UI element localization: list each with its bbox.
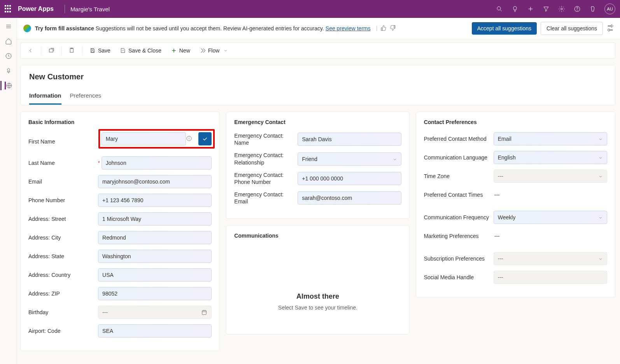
svg-line-1 <box>500 10 502 11</box>
global-header: Power Apps Margie's Travel AU <box>0 0 620 18</box>
gear-icon[interactable] <box>558 5 566 13</box>
svg-point-4 <box>561 8 563 10</box>
environment-name: Margie's Travel <box>70 6 110 12</box>
lightbulb-icon[interactable] <box>511 5 519 13</box>
avatar[interactable]: AU <box>604 4 615 14</box>
svg-point-6 <box>577 10 578 10</box>
copilot-header-icon[interactable] <box>589 5 597 13</box>
header-divider <box>65 5 65 13</box>
plus-icon[interactable] <box>527 5 534 13</box>
filter-icon[interactable] <box>542 5 550 13</box>
svg-point-0 <box>497 7 501 10</box>
help-icon[interactable] <box>573 5 581 13</box>
app-title: Power Apps <box>18 5 54 12</box>
waffle-icon[interactable] <box>5 5 12 13</box>
search-icon[interactable] <box>496 5 503 13</box>
